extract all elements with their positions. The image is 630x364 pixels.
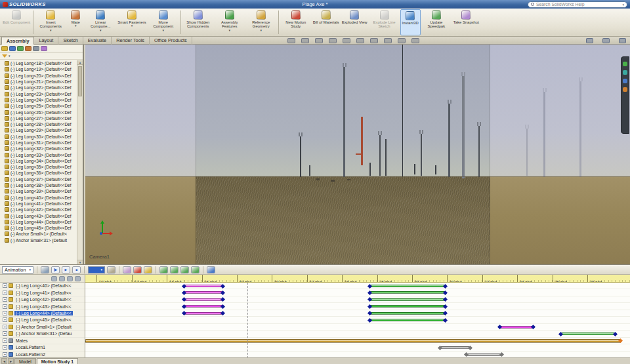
timeline-lane[interactable] bbox=[85, 331, 630, 337]
timeline-bar[interactable] bbox=[370, 319, 446, 321]
timeline-lane[interactable] bbox=[85, 283, 630, 289]
timeline-bar[interactable] bbox=[370, 305, 446, 308]
timeline-lane[interactable] bbox=[85, 310, 630, 317]
tree-item[interactable]: (-) Leg Long<34> (Default<<Def bbox=[0, 158, 77, 164]
motion-tree-row[interactable]: +(-) Anchor Small<1> (Default bbox=[0, 324, 85, 331]
key-diamond[interactable] bbox=[443, 283, 448, 288]
tree-item[interactable]: (-) Leg Long<26> (Default<<Def bbox=[0, 109, 77, 115]
timeline-lanes[interactable] bbox=[85, 283, 630, 358]
timeline-bar[interactable] bbox=[184, 298, 223, 301]
tree-scrollbar[interactable]: ▴ ▾ bbox=[77, 60, 83, 264]
update-speedpak-button[interactable]: Update Speedpak bbox=[421, 9, 452, 35]
instant3d-button[interactable]: Instant3D bbox=[400, 9, 421, 35]
expand-icon[interactable]: + bbox=[3, 352, 7, 357]
view-orientation-icon[interactable] bbox=[343, 38, 350, 43]
tree-item[interactable]: (-) Leg Long<40> (Default<<Def bbox=[0, 195, 77, 201]
tab-sketch[interactable]: Sketch bbox=[58, 37, 83, 45]
take-snapshot-button[interactable]: Take Snapshot bbox=[452, 9, 480, 35]
tree-scrollbar-thumb[interactable] bbox=[78, 66, 82, 96]
expand-icon[interactable]: + bbox=[3, 317, 7, 322]
dropdown-caret-icon[interactable]: ▾ bbox=[50, 29, 52, 32]
tree-item[interactable]: (-) Leg Long<30> (Default<<Def bbox=[0, 134, 77, 140]
play-from-start-icon[interactable]: ▶ bbox=[51, 266, 60, 273]
results-icon[interactable] bbox=[207, 266, 215, 273]
timeline-lane[interactable] bbox=[85, 324, 630, 331]
filter-animated-icon[interactable] bbox=[51, 276, 57, 281]
tree-item[interactable]: (-) Leg Long<39> (Default<<Def bbox=[0, 188, 77, 194]
timeline-lane[interactable] bbox=[85, 303, 630, 310]
tab-layout[interactable]: Layout bbox=[34, 37, 58, 45]
tree-item[interactable]: (-) Leg Long<31> (Default<<Def bbox=[0, 140, 77, 146]
edit-appearance-icon[interactable] bbox=[384, 38, 392, 43]
key-diamond[interactable] bbox=[220, 304, 225, 309]
mate-button[interactable]: Mate▾ bbox=[66, 9, 85, 35]
filter-caret-icon[interactable]: ▾ bbox=[9, 54, 10, 58]
new-motion-study-button[interactable]: New Motion Study bbox=[280, 9, 312, 35]
tab-render-tools[interactable]: Render Tools bbox=[112, 37, 150, 45]
tree-item[interactable]: (-) Leg Long<43> (Default<<Def bbox=[0, 212, 77, 218]
timeline-bar[interactable] bbox=[440, 346, 470, 349]
timeline-bar[interactable] bbox=[184, 305, 223, 308]
key-diamond[interactable] bbox=[499, 352, 504, 357]
hide-show-items-icon[interactable] bbox=[370, 38, 378, 43]
dropdown-caret-icon[interactable]: ▾ bbox=[131, 24, 133, 28]
tree-item[interactable]: (-) Leg Long<38> (Default<<Def bbox=[0, 182, 77, 188]
play-icon[interactable]: ▶ bbox=[62, 266, 70, 273]
dropdown-caret-icon[interactable]: ▾ bbox=[229, 29, 231, 32]
timeline-bar[interactable] bbox=[184, 285, 223, 287]
search-box[interactable]: Search SolidWorks Help ▾ bbox=[528, 1, 627, 8]
tree-item[interactable]: (-) Leg Long<41> (Default<<Def bbox=[0, 201, 77, 207]
tab-evaluate[interactable]: Evaluate bbox=[83, 37, 112, 45]
tree-item[interactable]: (-) Leg Long<33> (Default<<Def bbox=[0, 152, 77, 157]
tree-item[interactable]: (-) Leg Long<19> (Default<<Def bbox=[0, 66, 77, 72]
section-view-icon[interactable] bbox=[329, 38, 337, 43]
tree-item[interactable]: (-) Leg Long<32> (Default<<Def bbox=[0, 146, 77, 152]
animation-wizard-icon[interactable] bbox=[123, 266, 131, 273]
assembly-features-button[interactable]: Assembly Features▾ bbox=[214, 9, 245, 35]
quick-view-icon[interactable] bbox=[586, 38, 593, 43]
tree-item[interactable]: (-) Leg Long<37> (Default<<Def bbox=[0, 176, 77, 182]
key-diamond[interactable] bbox=[443, 304, 448, 309]
timeline-bar[interactable] bbox=[370, 291, 446, 294]
task-pane-flyout[interactable] bbox=[621, 56, 629, 134]
view-settings-icon[interactable] bbox=[411, 38, 419, 43]
timeline-playhead[interactable] bbox=[247, 283, 248, 358]
timeline-ruler[interactable]: 10 sec12 sec14 sec16 sec18 sec20 sec22 s… bbox=[85, 275, 630, 283]
tree-item[interactable]: (-) Leg Long<22> (Default<<Def bbox=[0, 85, 77, 91]
motion-manager-tab-icon[interactable] bbox=[41, 46, 47, 51]
save-animation-icon[interactable] bbox=[107, 266, 116, 273]
linear-component-pattern-button[interactable]: Linear Compone...▾ bbox=[85, 9, 116, 35]
dropdown-caret-icon[interactable]: ▾ bbox=[100, 29, 102, 32]
tree-item[interactable]: (-) Leg Long<20> (Default<<Def bbox=[0, 73, 77, 79]
timeline-bar[interactable] bbox=[370, 298, 446, 301]
tree-item[interactable]: (-) Leg Long<23> (Default<<Def bbox=[0, 91, 77, 96]
smart-fasteners-button[interactable]: Smart Fasteners▾ bbox=[116, 9, 148, 35]
filter-selected-icon[interactable] bbox=[67, 276, 73, 281]
timeline-lane[interactable] bbox=[85, 296, 630, 303]
property-manager-tab-icon[interactable] bbox=[9, 46, 16, 51]
screen-capture-icon[interactable] bbox=[602, 38, 610, 43]
motion-tree-row[interactable]: +(-) Leg Long<44> (Default<< bbox=[0, 310, 85, 317]
motion-tree-row[interactable]: +(-) Leg Long<43> (Default<< bbox=[0, 303, 85, 310]
tree-item[interactable]: (-) Leg Long<21> (Default<<Def bbox=[0, 79, 77, 85]
motion-tree-row[interactable]: +Mates bbox=[0, 338, 85, 344]
timeline-lane[interactable] bbox=[85, 289, 630, 296]
expand-icon[interactable]: + bbox=[3, 325, 7, 329]
motion-tree-row[interactable]: +LocalLPattern1 bbox=[0, 344, 85, 351]
timeline-lane[interactable] bbox=[85, 317, 630, 323]
stop-icon[interactable]: ■ bbox=[72, 266, 81, 273]
playback-mode-select[interactable]: ▾ bbox=[88, 266, 105, 273]
flyout-tool-icon-1[interactable] bbox=[623, 62, 627, 66]
expand-icon[interactable]: + bbox=[3, 283, 7, 288]
flyout-tool-icon-3[interactable] bbox=[623, 79, 627, 83]
autokey-icon[interactable] bbox=[133, 266, 142, 273]
key-diamond[interactable] bbox=[613, 332, 618, 336]
tree-item[interactable]: (-) Anchor Small<31> (Default bbox=[0, 237, 77, 243]
scroll-down-icon[interactable]: ▾ bbox=[77, 260, 83, 264]
scroll-up-icon[interactable]: ▴ bbox=[77, 60, 83, 65]
timeline-bar[interactable] bbox=[499, 326, 533, 329]
timeline-bar[interactable] bbox=[370, 312, 446, 315]
tree-item[interactable]: (-) Leg Long<44> (Default<<Def bbox=[0, 219, 77, 225]
timeline-bar[interactable] bbox=[184, 312, 223, 315]
tree-item[interactable]: (-) Leg Long<18> (Default<<Def bbox=[0, 60, 77, 66]
